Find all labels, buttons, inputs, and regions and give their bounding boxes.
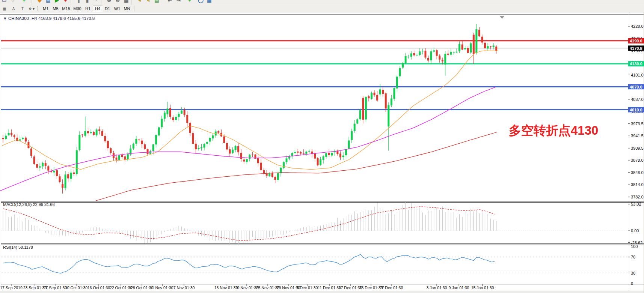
time-tick: 19 Nov 01:30	[235, 285, 259, 290]
zoom-in-button[interactable]: ⊕	[105, 0, 113, 5]
level-badge-text: 4130.0	[630, 62, 642, 66]
draw-pencil-button[interactable]: ✎	[135, 0, 144, 5]
time-tick: 28 Oct 01:30	[131, 285, 153, 290]
time-tick: 13 Nov 01:30	[214, 285, 238, 290]
grid-tool-button[interactable]: ▦	[0, 6, 9, 12]
timeframe-h1-button[interactable]: H1	[83, 6, 93, 12]
macd-label: MACD(12,26,9) 22.99 31.66	[3, 202, 55, 207]
price-tick: 3909.5	[631, 146, 644, 150]
zoom-out-icon: ⊖	[116, 0, 120, 3]
cursor-tool-button[interactable]: ✥ ▾	[27, 6, 36, 12]
time-tick: 25 Nov 01:30	[256, 285, 280, 290]
timeframe-buttons: M1M5M15M30H1H4D1W1MN	[41, 6, 134, 12]
chart-window: ▼CHINA300-,H4 4163.9 4178.6 4155.6 4170.…	[0, 12, 644, 293]
data-window-icon: ▤	[154, 0, 159, 3]
price-tick: 3941.5	[631, 134, 644, 138]
text-label-tool-button[interactable]: A	[9, 6, 18, 12]
zoom-in-icon: ⊕	[107, 0, 111, 3]
add-indicator-button[interactable]: +	[183, 0, 196, 5]
autotrading-icon: ▶	[55, 0, 59, 3]
time-tick: 17 Sep 2019	[0, 285, 23, 290]
shift-right-button[interactable]: ⇥	[174, 0, 183, 5]
shift-left-button[interactable]: ⇤	[166, 0, 174, 5]
level-badge-text: 4070.0	[630, 85, 642, 89]
time-tick: 1 Nov 01:30	[152, 285, 173, 290]
price-tick: 4101.0	[631, 73, 644, 77]
timeframe-m5-button[interactable]: M5	[51, 6, 60, 12]
price-tick: 4037.0	[631, 97, 644, 102]
shift-left-icon: ⇤	[168, 0, 172, 3]
calendar-button[interactable]: ▦	[205, 0, 214, 5]
level-badge-text: 4190.0	[630, 39, 642, 43]
price-tick: 3973.5	[631, 122, 644, 126]
line-chart-mode-button[interactable]: ~	[92, 0, 100, 5]
rsi-tick: 100	[631, 244, 638, 249]
timeframe-h4-button[interactable]: H4	[93, 6, 103, 12]
rsi-label: RSI(14) 58.1178	[3, 245, 33, 249]
shift-right-icon: ⇥	[176, 0, 181, 3]
timeframe-m30-button[interactable]: M30	[72, 6, 83, 12]
calendar-icon: ▦	[207, 0, 211, 3]
macd-tick: 0.00	[631, 228, 639, 233]
time-tick: 11 Dec 01:30	[318, 285, 341, 290]
text-label-tool-icon: A	[12, 7, 15, 11]
rsi-tick: 70	[631, 255, 635, 259]
line-chart-mode-icon: ~	[95, 0, 98, 3]
autotrading-button[interactable]: ▶	[53, 0, 61, 5]
timeframe-d1-button[interactable]: D1	[103, 6, 112, 12]
price-tick: 3782.0	[631, 195, 644, 199]
terminal-button[interactable]: ▤	[44, 0, 53, 5]
timeframe-w1-button[interactable]: W1	[112, 6, 122, 12]
expert-advisor-icon: ◆	[38, 0, 42, 3]
refresh-button[interactable]: ◯	[196, 0, 205, 5]
text-box-tool-button[interactable]: T	[18, 6, 27, 12]
bar-chart-mode-button[interactable]: ∥	[74, 0, 83, 5]
timeframe-m1-button[interactable]: M1	[41, 6, 51, 12]
refresh-icon: ◯	[198, 0, 204, 3]
time-tick: 10 Oct 01:30	[65, 285, 87, 290]
chart-profile-icon: ○	[12, 0, 15, 3]
time-tick: 16 Oct 01:30	[87, 285, 110, 290]
candle-chart-mode-icon: ▮	[86, 0, 89, 3]
draw-pencil-2-icon: ✎	[146, 0, 150, 3]
time-tick: 27 Dec 01:30	[380, 285, 403, 290]
time-tick: 5 Dec 01:30	[297, 285, 318, 290]
toolbar-separator	[101, 0, 104, 5]
chart-canvas[interactable]: ▼CHINA300-,H4 4163.9 4178.6 4155.6 4170.…	[0, 12, 644, 293]
zoom-out-button[interactable]: ⊖	[113, 0, 122, 5]
new-order-button[interactable]: +	[17, 0, 31, 5]
terminal-icon: ▤	[46, 0, 50, 3]
price-tick: 4228.0	[631, 24, 644, 29]
annotation-text: 多空转折点4130	[509, 123, 598, 137]
data-window-button[interactable]: ▤	[152, 0, 161, 5]
level-badge-text: 4010.0	[630, 108, 642, 112]
macd-tick: 53.02	[631, 202, 641, 206]
timeframe-m15-button[interactable]: M15	[60, 6, 72, 12]
tile-windows-icon: ▦	[124, 0, 128, 3]
price-tick: 3878.0	[631, 158, 644, 162]
time-tick: 27 Sep 01:30	[44, 285, 67, 290]
chart-toolbar: ▦AT✥ ▾ M1M5M15M30H1H4D1W1MN	[0, 5, 644, 12]
main-toolbar: ▭○+◆▤▶●∥▮~⊕⊖▦✎✎▤⇤⇥+◯▦	[0, 0, 644, 5]
stop-icon: ●	[64, 0, 67, 3]
time-tick: 3 Jan 01:30	[427, 285, 447, 290]
current-price-badge-text: 4170.8	[630, 46, 642, 51]
chart-dropdown-icon[interactable]: ▼	[3, 16, 7, 21]
time-tick: 15 Jan 01:30	[471, 285, 494, 290]
draw-pencil-2-button[interactable]: ✎	[144, 0, 152, 5]
stop-button[interactable]: ●	[61, 0, 70, 5]
new-chart-button[interactable]: ▭	[0, 0, 9, 5]
timeframe-mn-button[interactable]: MN	[122, 6, 132, 12]
candle-chart-mode-button[interactable]: ▮	[83, 0, 92, 5]
expert-advisor-button[interactable]: ◆	[35, 0, 44, 5]
tile-windows-button[interactable]: ▦	[122, 0, 131, 5]
draw-pencil-icon: ✎	[137, 0, 142, 3]
toolbar-separator	[71, 0, 74, 5]
toolbar-separator	[32, 0, 35, 5]
price-tick: 3846.0	[631, 170, 644, 175]
add-indicator-icon: +	[188, 0, 191, 3]
chart-title: CHINA300-,H4 4163.9 4178.6 4155.6 4170.8	[8, 16, 95, 21]
toolbar-separator	[37, 6, 40, 11]
chart-profile-button[interactable]: ○	[9, 0, 17, 5]
time-tick: 9 Jan 01:30	[449, 285, 469, 290]
